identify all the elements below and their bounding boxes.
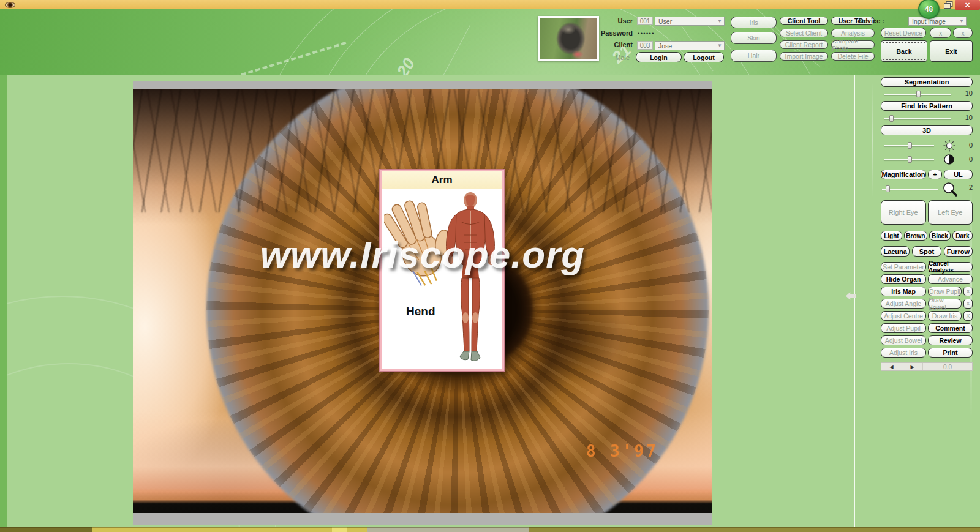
adjust-pupil-button[interactable]: Adjust Pupil (881, 323, 926, 333)
draw-bowel-button[interactable]: Draw Bowel (928, 299, 962, 309)
compare-photo-button[interactable]: Compare Photo (831, 40, 875, 49)
nav-value: 0.0 (923, 363, 972, 370)
sidebar-separator (854, 75, 855, 527)
hair-mode-button[interactable]: Hair (731, 50, 777, 62)
draw-iris-button[interactable]: Draw Iris (928, 311, 962, 321)
iris-map-button[interactable]: Iris Map (881, 287, 926, 296)
delete-file-button[interactable]: Delete File (831, 52, 875, 61)
brightness-slider[interactable]: 0 (881, 140, 973, 151)
find-slider[interactable]: 10 (881, 115, 973, 122)
brightness-value: 0 (969, 141, 973, 149)
print-button[interactable]: Print (928, 348, 973, 358)
viewer-bottom-bar (133, 513, 712, 525)
chevron-down-icon[interactable]: ▼ (717, 43, 722, 48)
prev-arrow-button[interactable]: ◀ (881, 363, 902, 370)
advance-button[interactable]: Advance (928, 274, 973, 284)
user-id-field: 001 (637, 17, 653, 25)
furrow-button[interactable]: Furrow (944, 246, 973, 257)
review-button[interactable]: Review (928, 335, 973, 345)
x-button-2[interactable]: x (953, 28, 973, 38)
back-button[interactable]: Back (881, 40, 927, 62)
app-eye-logo-icon (5, 2, 15, 8)
contrast-slider[interactable]: 0 (881, 154, 973, 165)
organ-caption: Hend (406, 305, 435, 318)
password-field[interactable]: •••••• (638, 31, 655, 37)
action-row: Adjust Iris Print (881, 348, 973, 358)
3d-button[interactable]: 3D (881, 125, 973, 135)
restore-window-icon[interactable] (944, 1, 953, 9)
feature-row: Lacuna Spot Furrow (881, 246, 973, 257)
slider-track[interactable] (884, 118, 951, 119)
magnification-button[interactable]: Magnification (881, 170, 926, 179)
gender-label: Male (581, 54, 630, 61)
iris-color-row: Light Brown Black Dark (881, 231, 973, 241)
slider-thumb[interactable] (886, 185, 890, 192)
color-brown-button[interactable]: Brown (904, 231, 927, 241)
slider-track[interactable] (882, 189, 938, 190)
titlebar (0, 0, 980, 9)
photo-timestamp: 8 3'97 (586, 442, 658, 460)
logout-button[interactable]: Logout (684, 52, 724, 62)
close-button[interactable]: ✕ (955, 0, 980, 10)
exit-button[interactable]: Exit (930, 40, 973, 62)
device-select[interactable]: Input image▼ (908, 17, 967, 26)
color-light-button[interactable]: Light (881, 231, 902, 241)
cancel-analysis-button[interactable]: Cancel Analysis (928, 262, 973, 272)
find-iris-pattern-button[interactable]: Find Iris Pattern (881, 101, 973, 111)
analysis-button[interactable]: Analysis (831, 29, 875, 37)
contrast-icon (944, 154, 954, 165)
set-parameter-button[interactable]: Set Parameter (881, 262, 926, 272)
color-dark-button[interactable]: Dark (952, 231, 973, 241)
iris-mode-button[interactable]: Iris (731, 17, 777, 28)
tool-sidebar: Segmentation 10 Find Iris Pattern 10 3D … (881, 77, 973, 371)
draw-pupil-button[interactable]: Draw Pupil (928, 287, 962, 296)
login-button[interactable]: Login (636, 52, 682, 62)
chevron-down-icon[interactable]: ▼ (717, 18, 722, 24)
slider-thumb[interactable] (908, 156, 912, 163)
zoom-slider[interactable]: 2 (881, 183, 973, 197)
user-select[interactable]: User▼ (655, 17, 725, 26)
draw-iris-x-button[interactable]: X (963, 311, 973, 321)
adjust-iris-button[interactable]: Adjust Iris (881, 348, 926, 358)
magnifier-icon (942, 182, 958, 198)
comment-button[interactable]: Comment (928, 323, 973, 333)
segmentation-button[interactable]: Segmentation (881, 77, 973, 87)
right-eye-button[interactable]: Right Eye (881, 200, 926, 225)
spot-button[interactable]: Spot (912, 246, 941, 257)
brightness-icon (943, 140, 956, 152)
main-panel: 8 3'97 Arm (7, 75, 980, 527)
watermark: www.Iriscope.org (133, 233, 712, 276)
segmentation-slider[interactable]: 10 (881, 91, 973, 98)
color-black-button[interactable]: Black (929, 231, 951, 241)
taskbar-strip[interactable] (0, 527, 980, 532)
import-image-button[interactable]: Import Image (780, 52, 828, 61)
lacuna-button[interactable]: Lacuna (881, 246, 910, 257)
ul-button[interactable]: UL (944, 170, 973, 179)
adjust-centre-button[interactable]: Adjust Centre (881, 311, 926, 321)
client-select[interactable]: Jose▼ (655, 41, 725, 50)
adjust-bowel-button[interactable]: Adjust Bowel (881, 335, 926, 345)
action-row: Adjust Centre Draw Iris X (881, 311, 973, 321)
client-report-button[interactable]: Client Report (780, 40, 828, 49)
contrast-value: 0 (969, 155, 973, 163)
slider-thumb[interactable] (889, 115, 894, 122)
slider-thumb[interactable] (908, 142, 912, 149)
left-eye-button[interactable]: Left Eye (928, 200, 973, 225)
reset-device-button[interactable]: Reset Device (881, 28, 926, 38)
client-tool-button[interactable]: Client Tool (780, 17, 828, 25)
action-row: Adjust Pupil Comment (881, 323, 973, 333)
draw-pupil-x-button[interactable]: X (963, 287, 973, 296)
next-arrow-button[interactable]: ▶ (902, 363, 923, 370)
x-button-1[interactable]: x (930, 28, 951, 38)
select-client-button[interactable]: Select Client (780, 29, 828, 37)
action-row: Iris Map Draw Pupil X (881, 287, 973, 296)
iris-photo[interactable]: 8 3'97 Arm (133, 89, 712, 513)
zoom-in-button[interactable]: + (928, 170, 942, 179)
user-label: User (584, 17, 633, 24)
hide-organ-button[interactable]: Hide Organ (881, 274, 926, 284)
slider-thumb[interactable] (916, 91, 921, 97)
adjust-angle-button[interactable]: Adjust Angle (881, 299, 926, 309)
draw-bowel-x-button[interactable]: X (963, 299, 973, 309)
chevron-down-icon[interactable]: ▼ (959, 18, 964, 24)
skin-mode-button[interactable]: Skin (731, 32, 777, 44)
